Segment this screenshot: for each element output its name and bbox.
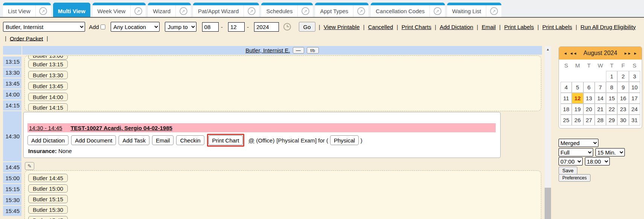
calendar-prev-month-icon[interactable]: ◄◄ (568, 51, 578, 55)
calendar-day[interactable]: 22 (606, 104, 617, 115)
slot-button[interactable]: Butler 13:45 (28, 82, 68, 90)
provider-select[interactable]: Butler, Internist (3, 22, 85, 32)
save-button[interactable]: Save (559, 167, 577, 175)
email-link[interactable]: Email (482, 24, 496, 30)
calendar-day[interactable]: 31 (629, 115, 640, 126)
calendar-day[interactable]: 7 (595, 82, 606, 93)
calendar-day[interactable]: 25 (560, 115, 572, 126)
calendar-next-year-icon[interactable]: ► (632, 51, 638, 55)
date-year-input[interactable] (254, 22, 279, 32)
calendar-day[interactable]: 13 (583, 93, 595, 104)
date-month-input[interactable] (202, 22, 219, 32)
calendar-day[interactable]: 17 (629, 93, 640, 104)
start-time-select[interactable]: 07:00 (559, 157, 583, 165)
calendar-day[interactable]: 16 (617, 93, 629, 104)
calendar-day[interactable]: 6 (583, 82, 595, 93)
tab-label[interactable]: List View (3, 8, 35, 14)
calendar-prev-year-icon[interactable]: ◄ (562, 51, 568, 55)
calendar-day[interactable]: 8 (606, 82, 617, 93)
add-dictation-button[interactable]: Add Dictation (27, 135, 69, 145)
open-new-window-icon[interactable]: ↗ (486, 7, 501, 15)
jump-to-select[interactable]: Jump to (165, 22, 196, 32)
tab-wizard[interactable]: Wizard ↗ (148, 3, 191, 17)
calendar-day[interactable]: 28 (595, 115, 606, 126)
slot-button[interactable]: Butler 15:30 (28, 205, 68, 214)
appointment-type-button[interactable]: Physical (330, 135, 359, 145)
add-task-button[interactable]: Add Task (119, 135, 149, 145)
cancelled-link[interactable]: Cancelled (368, 24, 393, 30)
tab-pat-appt-wizard[interactable]: Pat/Appt Wizard ↗ (193, 3, 259, 17)
calendar-day[interactable]: 1 (606, 71, 617, 82)
calendar-day[interactable]: 20 (583, 104, 595, 115)
calendar-day[interactable]: 26 (572, 115, 583, 126)
tab-label[interactable]: Schedules (261, 8, 297, 14)
provider-header-link[interactable]: Butler, Internist E. (245, 47, 290, 54)
scrollbar-thumb[interactable] (545, 188, 551, 219)
view-mode-select[interactable]: Merged (559, 139, 598, 147)
open-new-window-icon[interactable]: ↗ (176, 7, 191, 15)
tab-multi-view[interactable]: Multi View (53, 3, 90, 17)
slot-button[interactable]: Butler 13:15 (28, 60, 68, 68)
interval-select[interactable]: 15 Min. (595, 148, 625, 156)
slot-button[interactable]: Butler 13:30 (28, 71, 68, 79)
patient-link[interactable]: TEST-10027 Acardi, Sergio 04-02-1985 (70, 125, 172, 131)
slot-button[interactable]: Butler 15:15 (28, 195, 68, 203)
go-button[interactable]: Go (299, 22, 315, 32)
fb-button[interactable]: f/b (307, 47, 319, 54)
slot-button[interactable]: Butler 15:00 (28, 184, 68, 193)
calendar-next-month-icon[interactable]: ►► (623, 51, 632, 55)
slot-button[interactable]: Butler 15:45 (28, 216, 68, 219)
tab-label[interactable]: Cancellation Codes (371, 8, 429, 14)
slot-button[interactable]: Butler 14:15 (28, 103, 68, 111)
clock-icon[interactable] (283, 23, 291, 31)
open-new-window-icon[interactable]: ↗ (353, 7, 368, 15)
add-document-button[interactable]: Add Document (71, 135, 116, 145)
minimize-column-button[interactable]: — (293, 47, 304, 54)
open-new-window-icon[interactable]: ↗ (131, 7, 146, 15)
calendar-day[interactable]: 18 (560, 104, 572, 115)
open-new-window-icon[interactable]: ↗ (298, 7, 313, 15)
calendar-day[interactable]: 9 (617, 82, 629, 93)
tab-label[interactable]: Wizard (148, 8, 175, 14)
calendar-day[interactable]: 14 (595, 93, 606, 104)
run-all-drug-eligibility-link[interactable]: Run All Drug Eligibility (580, 24, 636, 30)
location-select[interactable]: Any Location (111, 22, 160, 32)
open-new-window-icon[interactable]: ↗ (36, 7, 51, 15)
calendar-day[interactable]: 2 (617, 71, 629, 82)
tab-label[interactable]: Multi View (53, 8, 90, 14)
at-location-link[interactable]: @ (248, 137, 254, 144)
calendar-day[interactable]: 3 (629, 71, 640, 82)
appointment-time-link[interactable]: 14:30 - 14:45 (29, 125, 62, 131)
print-labels-link-2[interactable]: Print Labels (542, 24, 572, 30)
tab-label[interactable]: Appt Types (315, 8, 353, 14)
date-day-input[interactable] (228, 22, 245, 32)
calendar-day[interactable]: 24 (629, 104, 640, 115)
print-labels-link[interactable]: Print Labels (504, 24, 534, 30)
calendar-day[interactable]: 11 (560, 93, 572, 104)
calendar-day[interactable]: 23 (617, 104, 629, 115)
view-printable-link[interactable]: View Printable (324, 24, 360, 30)
calendar-day[interactable]: 21 (595, 104, 606, 115)
open-new-window-icon[interactable]: ↗ (244, 7, 259, 15)
calendar-day[interactable]: 10 (629, 82, 640, 93)
tab-waiting-list[interactable]: Waiting List ↗ (447, 3, 501, 17)
calendar-day[interactable]: 5 (572, 82, 583, 93)
open-new-window-icon[interactable]: ↗ (430, 7, 445, 15)
vertical-scrollbar[interactable]: ▲ (545, 46, 551, 219)
print-chart-button[interactable]: Print Chart (209, 135, 243, 145)
tab-week-view[interactable]: Week View ↗ (93, 3, 146, 17)
order-packet-link[interactable]: Order Packet (10, 35, 43, 41)
print-charts-link[interactable]: Print Charts (402, 24, 431, 30)
calendar-day[interactable]: 19 (572, 104, 583, 115)
calendar-day[interactable]: 27 (583, 115, 595, 126)
add-dictation-link[interactable]: Add Dictation (440, 24, 473, 30)
scroll-up-icon[interactable]: ▲ (545, 46, 551, 52)
tab-cancellation-codes[interactable]: Cancellation Codes ↗ (371, 3, 445, 17)
tab-label[interactable]: Pat/Appt Wizard (193, 8, 244, 14)
add-checkbox[interactable] (100, 25, 105, 29)
tab-appt-types[interactable]: Appt Types ↗ (315, 3, 368, 17)
calendar-day[interactable]: 15 (606, 93, 617, 104)
tab-schedules[interactable]: Schedules ↗ (261, 3, 313, 17)
tab-label[interactable]: Week View (93, 8, 130, 14)
preferences-button[interactable]: Preferences (559, 174, 591, 182)
